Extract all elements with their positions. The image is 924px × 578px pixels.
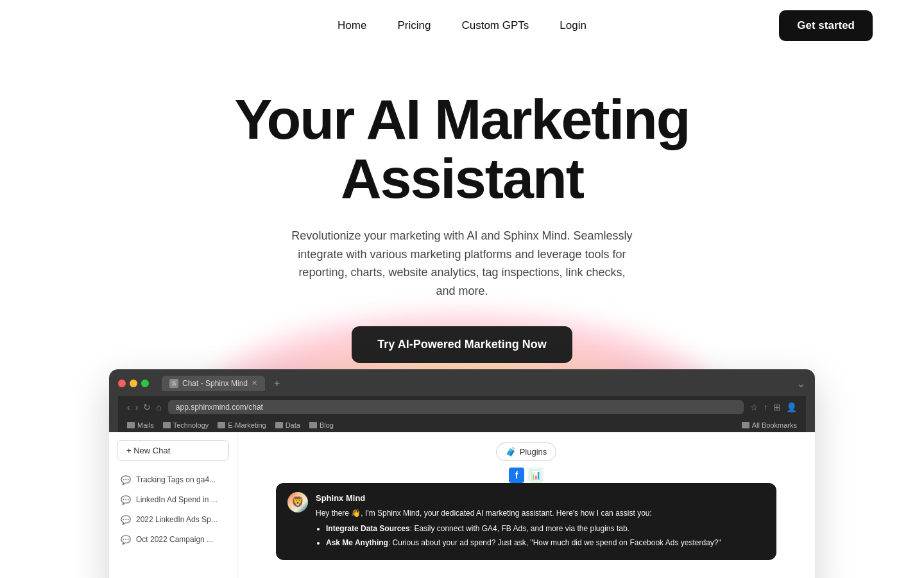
chat-main: 🧳 Plugins f 📊 🦁 Sphinx Mind Hey there 👋,…: [237, 432, 815, 578]
bookmarks-right-area: All Bookmarks: [742, 421, 797, 429]
chat-history-icon-4: 💬: [121, 535, 131, 545]
browser-tab[interactable]: S Chat - Sphinx Mind ✕: [162, 376, 265, 391]
chat-greeting: Hey there 👋, I'm Sphinx Mind, your dedic…: [316, 509, 652, 518]
plugins-button[interactable]: 🧳 Plugins: [496, 442, 557, 461]
nav-login[interactable]: Login: [560, 19, 586, 32]
bullet-2-title: Ask Me Anything: [326, 538, 388, 547]
chat-history-label-4: Oct 2022 Campaign ...: [136, 535, 213, 544]
bookmark-icon[interactable]: ☆: [750, 402, 758, 412]
browser-address-bar: ‹ › ↻ ⌂ ☆ ↑ ⊞ 👤: [118, 396, 806, 418]
nav-custom-gpts[interactable]: Custom GPTs: [461, 19, 529, 32]
chat-text-content: Sphinx Mind Hey there 👋, I'm Sphinx Mind…: [316, 492, 721, 552]
home-icon[interactable]: ⌂: [156, 402, 161, 412]
bookmark-blog-label: Blog: [320, 421, 334, 429]
new-tab-icon[interactable]: +: [274, 378, 280, 389]
plugins-icons-row: f 📊: [509, 468, 543, 483]
navbar: Home Pricing Custom GPTs Login Get start…: [0, 0, 924, 51]
bookmark-data-label: Data: [286, 421, 300, 429]
bullet-2-text: : Curious about your ad spend? Just ask,…: [388, 538, 721, 547]
dot-close[interactable]: [118, 380, 126, 387]
plugin-bag-icon: 🧳: [506, 447, 516, 457]
nav-cta-area: Get started: [779, 10, 873, 41]
bookmark-emarketing[interactable]: E-Marketing: [218, 421, 266, 429]
bookmark-mails-label: Mails: [137, 421, 154, 429]
share-icon[interactable]: ↑: [764, 402, 768, 412]
chat-history-icon-1: 💬: [121, 475, 131, 485]
facebook-plugin-icon[interactable]: f: [509, 468, 524, 483]
browser-nav-buttons: ‹ › ↻ ⌂: [127, 402, 162, 412]
bookmark-folder-icon-5: [309, 422, 317, 428]
chart-plugin-icon[interactable]: 📊: [528, 468, 543, 483]
chat-history-label-1: Tracking Tags on ga4...: [136, 475, 216, 484]
sphinx-avatar: 🦁: [287, 492, 308, 512]
chat-history-item-1[interactable]: 💬 Tracking Tags on ga4...: [117, 470, 229, 490]
nav-home[interactable]: Home: [338, 19, 366, 32]
address-bar-actions: ☆ ↑ ⊞ 👤: [750, 402, 797, 412]
bookmark-folder-icon-4: [275, 422, 283, 428]
bookmark-folder-icon: [127, 422, 135, 428]
bookmark-mails[interactable]: Mails: [127, 421, 154, 429]
browser-content: + New Chat 💬 Tracking Tags on ga4... 💬 L…: [109, 432, 815, 578]
bookmark-folder-icon-2: [163, 422, 171, 428]
chat-history-item-3[interactable]: 💬 2022 LinkedIn Ads Sp...: [117, 510, 229, 530]
bookmark-technology-label: Technology: [173, 421, 209, 429]
chat-history-icon-2: 💬: [121, 495, 131, 505]
chat-message-bubble: 🦁 Sphinx Mind Hey there 👋, I'm Sphinx Mi…: [276, 483, 776, 561]
chat-history-item-4[interactable]: 💬 Oct 2022 Campaign ...: [117, 530, 229, 550]
get-started-button[interactable]: Get started: [779, 10, 873, 41]
hero-description: Revolutionize your marketing with AI and…: [289, 227, 635, 301]
bullet-1-title: Integrate Data Sources: [326, 524, 410, 533]
chat-history-label-2: LinkedIn Ad Spend in ...: [136, 495, 218, 504]
chat-bullet-1: Integrate Data Sources: Easily connect w…: [326, 523, 721, 534]
address-bar-input[interactable]: [168, 400, 744, 414]
bookmark-data[interactable]: Data: [275, 421, 300, 429]
chat-history-label-3: 2022 LinkedIn Ads Sp...: [136, 515, 218, 524]
try-cta-button[interactable]: Try AI-Powered Marketing Now: [352, 326, 572, 363]
chat-sidebar: + New Chat 💬 Tracking Tags on ga4... 💬 L…: [109, 432, 237, 578]
hero-heading: Your AI Marketing Assistant: [234, 90, 689, 209]
chat-history-icon-3: 💬: [121, 515, 131, 525]
bullet-1-text: : Easily connect with GA4, FB Ads, and m…: [410, 524, 629, 533]
nav-links: Home Pricing Custom GPTs Login: [338, 19, 586, 32]
plugins-label: Plugins: [520, 447, 547, 457]
bookmark-blog[interactable]: Blog: [309, 421, 334, 429]
tab-close-icon[interactable]: ✕: [252, 379, 257, 387]
back-icon[interactable]: ‹: [127, 402, 130, 412]
forward-icon[interactable]: ›: [135, 402, 139, 412]
refresh-icon[interactable]: ↻: [143, 402, 151, 412]
nav-pricing[interactable]: Pricing: [397, 19, 431, 32]
dot-maximize[interactable]: [141, 380, 149, 387]
chat-bullet-list: Integrate Data Sources: Easily connect w…: [316, 523, 721, 548]
all-bookmarks-folder-icon: [742, 422, 749, 428]
chat-history-item-2[interactable]: 💬 LinkedIn Ad Spend in ...: [117, 490, 229, 510]
bookmark-emarketing-label: E-Marketing: [228, 421, 266, 429]
browser-dots: [118, 380, 149, 387]
browser-top-bar: S Chat - Sphinx Mind ✕ + ⌄: [118, 376, 806, 396]
bookmark-folder-icon-3: [218, 422, 225, 428]
profile-icon[interactable]: 👤: [786, 402, 797, 412]
chat-bullet-2: Ask Me Anything: Curious about your ad s…: [326, 537, 721, 548]
browser-collapse-icon[interactable]: ⌄: [796, 376, 806, 390]
tab-favicon: S: [169, 379, 178, 388]
all-bookmarks-label: All Bookmarks: [752, 421, 797, 429]
browser-bookmarks-bar: Mails Technology E-Marketing Data Blog A…: [118, 418, 806, 432]
tab-title: Chat - Sphinx Mind: [182, 379, 248, 388]
sender-name: Sphinx Mind: [316, 492, 721, 505]
bookmark-technology[interactable]: Technology: [163, 421, 209, 429]
new-chat-button[interactable]: + New Chat: [117, 440, 229, 461]
dot-minimize[interactable]: [130, 380, 137, 387]
extension-icon[interactable]: ⊞: [773, 402, 781, 412]
browser-chrome: S Chat - Sphinx Mind ✕ + ⌄ ‹ › ↻ ⌂ ☆ ↑ ⊞…: [109, 369, 815, 432]
browser-mockup: S Chat - Sphinx Mind ✕ + ⌄ ‹ › ↻ ⌂ ☆ ↑ ⊞…: [109, 369, 815, 578]
